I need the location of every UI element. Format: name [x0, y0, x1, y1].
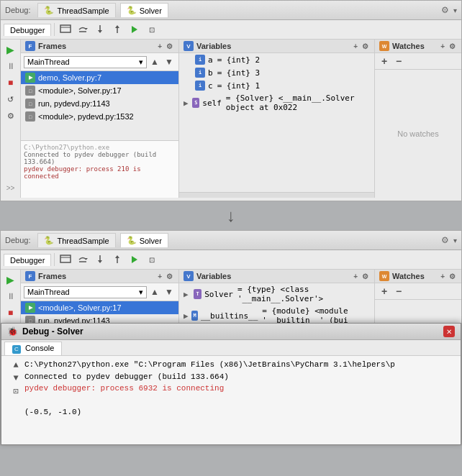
frame-item-2-top[interactable]: □ run, pydevd.py:1143 — [21, 97, 178, 110]
console-up-btn[interactable]: ▲ — [13, 360, 18, 370]
tab-threadsample-bottom[interactable]: 🐍 ThreadSample — [37, 233, 115, 247]
bottom-debug-window: Debug: 🐍 ThreadSample 🐍 Solver ⚙ ▾ Debug… — [0, 230, 462, 446]
console-title-text: Debug - Solver — [22, 326, 83, 337]
variables-controls-top: + ⚙ — [352, 42, 370, 51]
var-expand-self[interactable]: ▶ — [184, 99, 189, 108]
variables-label-top: Variables — [196, 42, 231, 50]
frame-item-0-top[interactable]: ▶ demo, Solver.py:7 — [21, 71, 178, 84]
variables-settings-btn-b[interactable]: ⚙ — [361, 272, 370, 281]
console-line-2: pydev debugger: process 6932 is connecti… — [24, 383, 455, 395]
step-over-btn-bottom[interactable] — [75, 252, 91, 267]
pause-strip-btn-b[interactable]: ⏸ — [4, 289, 18, 303]
thread-down-btn[interactable]: ▼ — [163, 55, 176, 68]
svg-marker-7 — [115, 25, 119, 28]
resume-strip-btn[interactable]: ▶ — [4, 42, 18, 57]
variables-expand-btn[interactable]: + — [352, 42, 359, 51]
watches-header-bottom: W Watches + ⚙ — [375, 270, 461, 283]
add-watch-btn-top[interactable]: + — [378, 55, 391, 68]
var-icon-self: S — [192, 98, 199, 108]
var-val-b: = {int} 3 — [217, 68, 261, 78]
step-over-btn[interactable] — [75, 22, 91, 37]
console-tab-btn[interactable]: C Console — [4, 342, 62, 355]
console-close-btn[interactable]: ✕ — [443, 326, 455, 337]
resume-btn-bottom[interactable] — [127, 252, 142, 267]
var-item-solver[interactable]: ▶ T Solver = {type} <class '__main__.Sol… — [179, 283, 374, 305]
frames-label-bottom: Frames — [38, 272, 66, 280]
var-name-builtins: __builtins__ — [201, 311, 258, 321]
settings-icon-top[interactable]: ⚙ — [441, 5, 449, 15]
add-watch-btn-bottom[interactable]: + — [378, 285, 391, 298]
watches-panel-top: W Watches + ⚙ + − No watches — [375, 40, 461, 198]
remove-watch-btn-bottom[interactable]: − — [392, 285, 405, 298]
var-expand-solver[interactable]: ▶ — [184, 290, 191, 299]
remove-watch-btn-top[interactable]: − — [392, 55, 405, 68]
watches-expand-btn-b[interactable]: + — [439, 272, 446, 281]
settings-icon-bottom[interactable]: ⚙ — [441, 235, 449, 245]
python-icon-1: 🐍 — [44, 6, 54, 15]
variables-header-bottom: V Variables + ⚙ — [179, 270, 374, 283]
variables-expand-btn-b[interactable]: + — [352, 272, 359, 281]
step-out-btn[interactable] — [109, 22, 125, 37]
debugger-tab-bottom[interactable]: Debugger — [4, 254, 51, 266]
debug-label-bottom: Debug: — [5, 236, 30, 244]
frames-expand-btn-b[interactable]: + — [156, 272, 163, 281]
resume-strip-btn-b[interactable]: ▶ — [4, 273, 18, 287]
console-title-left: 🐞 Debug - Solver — [7, 326, 83, 337]
resume-btn[interactable] — [127, 22, 142, 37]
console-action-btn[interactable]: ⊡ — [13, 386, 18, 397]
frame-icon-3-top: □ — [25, 111, 35, 122]
frames-btn-bottom[interactable] — [58, 252, 73, 267]
frames-expand-btn[interactable]: + — [156, 42, 163, 51]
stop-strip-btn[interactable]: ■ — [4, 75, 18, 90]
evaluate-btn-bottom[interactable]: ⊡ — [144, 252, 160, 267]
python-icon-2: 🐍 — [127, 6, 137, 15]
tab-threadsample-top[interactable]: 🐍 ThreadSample — [37, 3, 115, 17]
watches-expand-btn[interactable]: + — [439, 42, 446, 51]
var-item-self[interactable]: ▶ S self = {Solver} <__main__.Solver obj… — [179, 92, 374, 114]
var-expand-builtins[interactable]: ▶ — [184, 311, 189, 321]
watches-settings-btn-b[interactable]: ⚙ — [448, 272, 457, 281]
frames-btn[interactable] — [58, 22, 73, 37]
vars-scrollbar-h-top[interactable] — [179, 192, 374, 198]
frames-settings-btn-b[interactable]: ⚙ — [165, 272, 174, 281]
svg-rect-9 — [60, 255, 71, 262]
left-strip-top: ▶ ⏸ ■ ↺ ⚙ >> — [1, 40, 21, 198]
variables-title-bottom: V Variables — [184, 271, 231, 281]
var-item-c: i c = {int} 1 — [179, 79, 374, 92]
frames-settings-btn[interactable]: ⚙ — [165, 42, 174, 51]
no-watches-text-top: No watches — [397, 129, 438, 138]
pin-icon-bottom[interactable]: ▾ — [453, 237, 457, 244]
thread-down-btn-b[interactable]: ▼ — [163, 285, 176, 298]
tab-solver-top[interactable]: 🐍 Solver — [120, 3, 168, 17]
var-val-solver: = {type} <class '__main__.Solver'> — [237, 285, 370, 303]
evaluate-btn[interactable]: ⊡ — [144, 22, 160, 37]
step-into-btn-bottom[interactable] — [92, 252, 108, 267]
expand-strip-btn[interactable]: >> — [4, 180, 18, 195]
frame-item-1-top[interactable]: □ <module>, Solver.py:17 — [21, 84, 178, 97]
step-into-btn[interactable] — [92, 22, 108, 37]
stop-strip-btn-b[interactable]: ■ — [4, 306, 18, 320]
thread-dropdown-bottom[interactable]: MainThread ▾ — [24, 286, 147, 298]
console-down-btn[interactable]: ▼ — [13, 373, 18, 383]
pin-icon-top[interactable]: ▾ — [453, 6, 457, 14]
watches-icon-bottom: W — [379, 271, 389, 281]
console-line-0: C:\Python27\python.exe "C:\Program Files… — [24, 359, 455, 371]
frame-label-0-top: demo, Solver.py:7 — [38, 73, 101, 82]
pause-strip-btn[interactable]: ⏸ — [4, 59, 18, 73]
tab-solver-bottom[interactable]: 🐍 Solver — [120, 233, 168, 247]
debugger-tab-top[interactable]: Debugger — [4, 24, 51, 36]
thread-up-btn-b[interactable]: ▲ — [148, 285, 161, 298]
rerun-strip-btn[interactable]: ↺ — [4, 92, 18, 106]
thread-dropdown-top[interactable]: MainThread ▾ — [24, 56, 147, 68]
frame-item-0-bottom[interactable]: ▶ <module>, Solver.py:17 — [21, 301, 178, 314]
settings-strip-btn[interactable]: ⚙ — [4, 109, 18, 123]
watches-settings-btn[interactable]: ⚙ — [448, 42, 457, 51]
frame-item-3-top[interactable]: □ <module>, pydevd.py:1532 — [21, 110, 178, 123]
step-out-btn-bottom[interactable] — [109, 252, 125, 267]
thread-selector-bottom: MainThread ▾ ▲ ▼ — [21, 283, 178, 301]
thread-name-bottom: MainThread — [27, 288, 70, 296]
var-list-top: i a = {int} 2 i b = {int} 3 i c = {int} … — [179, 53, 374, 192]
python-icon-3: 🐍 — [44, 236, 54, 245]
variables-settings-btn[interactable]: ⚙ — [361, 42, 370, 51]
thread-up-btn[interactable]: ▲ — [148, 55, 161, 68]
